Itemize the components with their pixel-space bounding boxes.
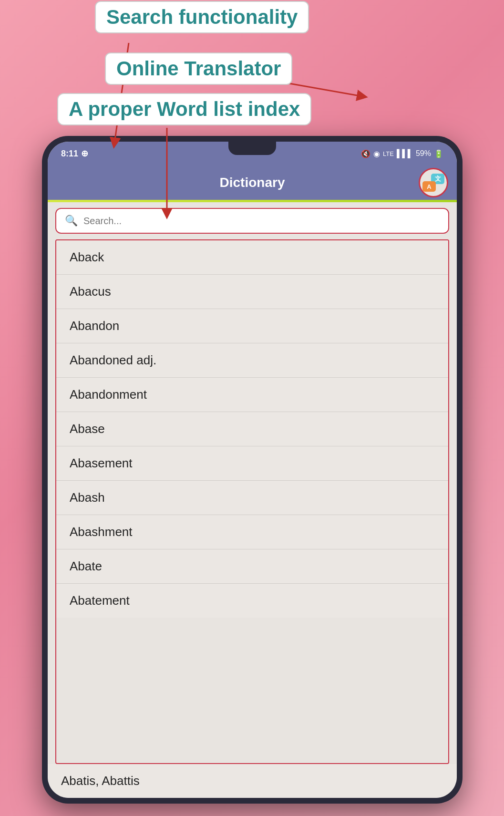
status-time: 8:11 [61,149,78,159]
list-item[interactable]: Abase [56,412,448,446]
list-item[interactable]: Abash [56,481,448,515]
mute-icon: 🔇 [361,149,370,158]
translate-icon: 文 A [422,174,444,192]
status-right: 🔇 ◉ LTE ▌▌▌ 59% 🔋 [361,149,443,158]
list-item[interactable]: Abashment [56,515,448,549]
list-item[interactable]: Aback [56,240,448,275]
wifi-icon: ◉ [373,149,380,158]
list-item[interactable]: Abacus [56,275,448,309]
phone-notch [228,142,276,155]
battery-icon: 🔋 [434,149,443,158]
list-item[interactable]: Abandonment [56,378,448,412]
annotation-search: Search functionality [95,1,309,33]
translate-button[interactable]: 文 A [419,168,448,197]
list-item-partial[interactable]: Abatis, Abattis [48,764,457,798]
arrow-wordlist [148,128,186,223]
phone-screen: 8:11 ⊕ 🔇 ◉ LTE ▌▌▌ 59% 🔋 Dictionary 文 A [48,142,457,798]
list-item[interactable]: Abandoned adj. [56,343,448,378]
search-icon: 🔍 [65,215,78,227]
app-title: Dictionary [220,175,285,190]
list-item[interactable]: Abatement [56,584,448,618]
annotation-wordlist: A proper Word list index [57,93,311,125]
list-item[interactable]: Abandon [56,309,448,343]
battery-level: 59% [416,149,431,158]
list-item[interactable]: Abasement [56,446,448,481]
list-item[interactable]: Abate [56,549,448,584]
search-input[interactable] [83,216,440,227]
phone-frame: 8:11 ⊕ 🔇 ◉ LTE ▌▌▌ 59% 🔋 Dictionary 文 A [42,136,463,804]
search-container: 🔍 [48,202,457,239]
lte-icon: LTE [383,150,394,157]
app-header: Dictionary 文 A [48,165,457,200]
word-list[interactable]: Aback Abacus Abandon Abandoned adj. Aban… [55,239,449,764]
whatsapp-icon: ⊕ [81,148,88,159]
search-box[interactable]: 🔍 [55,208,449,234]
annotation-translator: Online Translator [105,52,292,85]
status-left: 8:11 ⊕ [61,148,88,159]
translate-english-icon: A [422,181,436,192]
signal-icon: ▌▌▌ [397,149,413,158]
